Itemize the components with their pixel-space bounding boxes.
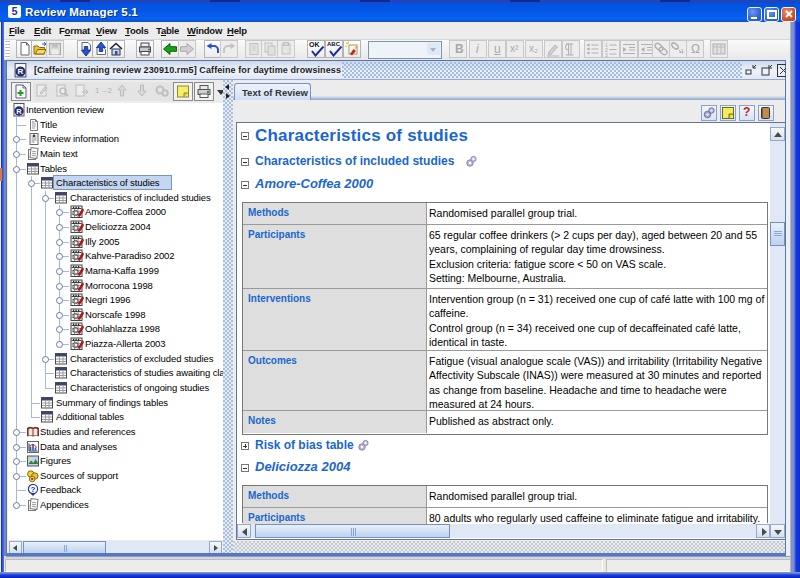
svg-text:3: 3 xyxy=(605,52,608,58)
